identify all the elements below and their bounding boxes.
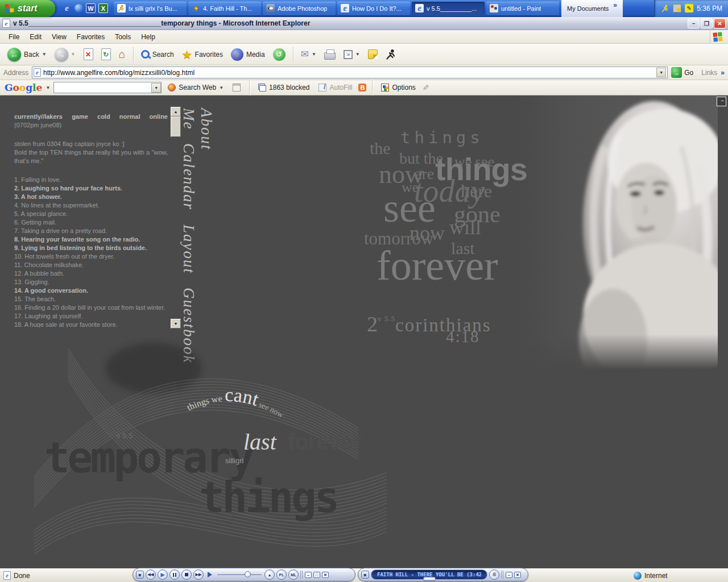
display-tray-icon[interactable] — [673, 4, 681, 13]
player-minimize-button[interactable]: – — [305, 572, 312, 578]
stop-playback-button[interactable] — [181, 569, 192, 580]
menu-favorites[interactable]: Favorites — [72, 31, 110, 43]
google-search-input[interactable] — [54, 84, 151, 92]
forward-button[interactable]: → ▼ — [52, 46, 78, 63]
stop-icon — [185, 573, 188, 576]
media-library-button[interactable]: ML — [288, 569, 299, 580]
media-button[interactable]: ♪ Media — [228, 47, 268, 63]
highlight-pen-icon[interactable]: ✎ — [421, 84, 430, 91]
close-button[interactable]: ✕ — [714, 18, 726, 28]
go-arrow-icon: → — [671, 67, 682, 78]
search-web-button[interactable]: Search Web ▼ — [165, 82, 226, 93]
news-icon — [233, 84, 241, 92]
options-button[interactable]: Options — [378, 82, 418, 93]
back-button[interactable]: ← Back ▼ — [5, 46, 49, 63]
aim-tray-icon[interactable] — [661, 4, 669, 13]
previous-track-button[interactable]: ◀◀ — [146, 569, 156, 580]
links-chevron-icon[interactable]: » — [721, 69, 725, 77]
go-button[interactable]: → Go — [671, 67, 693, 78]
refresh-button[interactable]: ↻ — [98, 47, 114, 62]
google-search-dropdown-icon[interactable]: ▼ — [151, 83, 161, 93]
minimize-button[interactable]: – — [688, 18, 700, 28]
player-minimize-button[interactable]: – — [506, 572, 512, 578]
blog-list-item: 5. A special glance. — [14, 210, 168, 218]
separator — [249, 80, 250, 95]
seek-knob[interactable] — [423, 577, 436, 581]
mail-button[interactable]: ✉ ▼ — [298, 47, 319, 62]
history-button[interactable]: ↺ — [270, 47, 288, 63]
drag-grip[interactable] — [300, 571, 303, 579]
taskbar-button-label: lx silli grlx l's Bu... — [129, 5, 177, 12]
taskbar-button[interactable]: eHow Do I Do It?... — [337, 2, 410, 15]
player-app-icon[interactable]: ■ — [361, 571, 369, 579]
forward-dropdown-icon[interactable]: ▼ — [71, 52, 76, 57]
chevron-icon[interactable]: » — [613, 1, 617, 9]
start-button[interactable]: start — [0, 0, 55, 17]
address-input-box: e ▼ — [32, 66, 668, 78]
playlist-button[interactable]: PL — [276, 569, 287, 580]
links-label[interactable]: Links — [701, 69, 717, 77]
search-web-dropdown-icon[interactable]: ▼ — [219, 85, 224, 90]
player-app-icon[interactable]: ■ — [136, 571, 144, 579]
taskbar-button[interactable]: 4. Faith Hill - Th... — [188, 2, 261, 15]
menu-bar: FileEditViewFavoritesToolsHelp — [0, 30, 728, 44]
quicklaunch-excel-icon[interactable]: X — [98, 3, 108, 13]
stop-button[interactable]: ✕ — [81, 47, 96, 62]
frame-minimize-widget[interactable]: – — [717, 97, 726, 106]
home-button[interactable]: ⌂ — [116, 46, 129, 63]
print-button[interactable] — [321, 47, 338, 61]
taskbar-button[interactable]: Adobe Photoshop — [263, 2, 336, 15]
verse-number: 2 — [367, 312, 378, 336]
size-dropdown-icon[interactable]: ▼ — [355, 52, 360, 57]
blog-list-item: 15. The beach. — [14, 295, 168, 304]
google-dropdown-icon[interactable]: ▼ — [46, 85, 50, 90]
menu-help[interactable]: Help — [136, 31, 160, 43]
wordcloud-word: forever — [377, 244, 498, 286]
player-menu-button[interactable]: ☰ — [489, 569, 499, 580]
next-track-button[interactable]: ▶▶ — [193, 569, 204, 580]
mail-dropdown-icon[interactable]: ▼ — [312, 52, 316, 57]
address-dropdown-icon[interactable]: ▼ — [656, 68, 666, 77]
player-restore-button[interactable]: □ — [313, 572, 320, 578]
news-button[interactable] — [230, 82, 243, 93]
winamp-agent-tray-icon[interactable]: ✎ — [685, 4, 693, 13]
google-logo[interactable]: Google — [5, 82, 42, 93]
popup-blocked-button[interactable]: 1863 blocked — [255, 82, 312, 93]
messenger-button[interactable] — [365, 48, 380, 61]
taskbar-button[interactable]: ev 5.5_________... — [412, 2, 485, 15]
blogger-button[interactable]: B — [358, 84, 366, 92]
player-close-button[interactable]: ✕ — [514, 572, 521, 578]
status-page-icon: e — [3, 571, 11, 580]
size-button[interactable]: ⇲ ▼ — [341, 48, 363, 61]
taskbar-toolbar-my-documents[interactable]: My Documents » — [561, 0, 623, 17]
menu-tools[interactable]: Tools — [110, 31, 136, 43]
volume-knob[interactable] — [245, 571, 251, 577]
eject-button[interactable]: ▲ — [264, 569, 275, 580]
play-button[interactable]: ▶ — [158, 569, 168, 580]
drag-grip[interactable] — [501, 571, 504, 579]
track-lcd[interactable]: FAITH HILL - THERE YOU'LL BE (3:42) — [371, 569, 487, 580]
media-player-display: ■ FAITH HILL - THERE YOU'LL BE (3:42) ☰ … — [358, 568, 528, 581]
nav-link-calendar[interactable]: Calendar — [180, 143, 197, 210]
quicklaunch-msn-icon[interactable] — [75, 4, 83, 13]
restore-button[interactable]: ❐ — [701, 18, 713, 28]
volume-track[interactable] — [217, 574, 262, 575]
autofill-button[interactable]: AutoFill — [316, 82, 355, 93]
clock: 5:36 PM — [697, 5, 722, 13]
taskbar-button[interactable]: lx silli grlx l's Bu... — [114, 2, 187, 15]
taskbar-button[interactable]: untitled - Paint — [486, 2, 559, 15]
address-input[interactable] — [43, 69, 654, 77]
aim-button[interactable] — [383, 47, 400, 62]
back-dropdown-icon[interactable]: ▼ — [42, 52, 47, 57]
favorites-button[interactable]: ★ Favorites — [179, 46, 226, 63]
menu-view[interactable]: View — [47, 31, 72, 43]
quicklaunch-ie-icon[interactable]: e — [62, 3, 72, 13]
pause-button[interactable] — [169, 569, 180, 580]
menu-edit[interactable]: Edit — [24, 31, 47, 43]
player-close-button[interactable]: ✕ — [322, 572, 329, 578]
photoshop-icon — [266, 4, 275, 13]
quicklaunch-word-icon[interactable]: W — [86, 3, 96, 13]
menu-file[interactable]: File — [3, 31, 24, 43]
search-button[interactable]: Search — [138, 48, 177, 60]
nav-link-layout[interactable]: Layout — [180, 225, 197, 274]
